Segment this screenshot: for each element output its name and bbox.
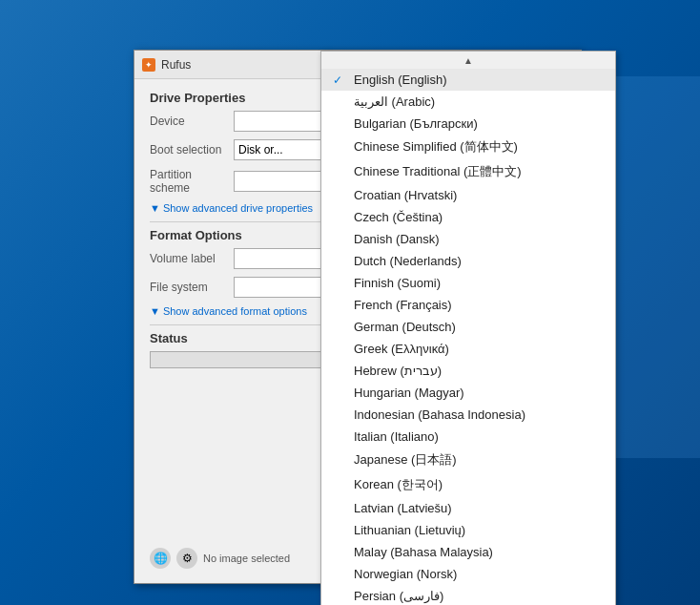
dropdown-label-czech: Czech (Čeština) xyxy=(354,210,443,224)
bottom-icons: 🌐 ⚙ No image selected xyxy=(150,548,290,569)
dropdown-label-croatian: Croatian (Hrvatski) xyxy=(354,188,457,202)
dropdown-item-norwegian[interactable]: Norwegian (Norsk) xyxy=(321,563,615,585)
dropdown-label-greek: Greek (Ελληνικά) xyxy=(354,342,449,356)
dropdown-item-greek[interactable]: Greek (Ελληνικά) xyxy=(321,338,615,360)
dropdown-label-japanese: Japanese (日本語) xyxy=(354,451,457,469)
check-mark-english: ✓ xyxy=(333,73,346,87)
dropdown-item-italian[interactable]: Italian (Italiano) xyxy=(321,426,615,448)
dropdown-label-arabic: العربية (Arabic) xyxy=(354,94,435,109)
dropdown-label-german: German (Deutsch) xyxy=(354,320,456,334)
show-advanced-format-label: Show advanced format options xyxy=(163,305,307,317)
scroll-up-button[interactable]: ▲ xyxy=(321,52,615,69)
dropdown-label-dutch: Dutch (Nederlands) xyxy=(354,254,462,268)
dropdown-label-chinese_traditional: Chinese Traditional (正體中文) xyxy=(354,163,522,180)
dropdown-item-persian[interactable]: Persian (فارسی) xyxy=(321,585,615,605)
dropdown-item-arabic[interactable]: العربية (Arabic) xyxy=(321,91,615,113)
dropdown-item-lithuanian[interactable]: Lithuanian (Lietuvių) xyxy=(321,519,615,541)
volume-label-lbl: Volume label xyxy=(150,252,226,265)
dropdown-item-english[interactable]: ✓English (English) xyxy=(321,69,615,91)
dropdown-item-croatian[interactable]: Croatian (Hrvatski) xyxy=(321,184,615,206)
dropdown-label-norwegian: Norwegian (Norsk) xyxy=(354,567,457,581)
boot-value: Disk or... xyxy=(238,143,283,156)
dropdown-label-hebrew: Hebrew (עברית) xyxy=(354,364,442,378)
dropdown-label-italian: Italian (Italiano) xyxy=(354,429,439,444)
dropdown-item-indonesian[interactable]: Indonesian (Bahasa Indonesia) xyxy=(321,404,615,426)
dropdown-item-japanese[interactable]: Japanese (日本語) xyxy=(321,448,615,472)
dropdown-item-french[interactable]: French (Français) xyxy=(321,294,615,316)
dropdown-item-dutch[interactable]: Dutch (Nederlands) xyxy=(321,250,615,272)
dropdown-label-hungarian: Hungarian (Magyar) xyxy=(354,386,464,400)
status-text: No image selected xyxy=(203,553,290,564)
dropdown-label-malay: Malay (Bahasa Malaysia) xyxy=(354,545,493,559)
language-dropdown[interactable]: ▲ ✓English (English)العربية (Arabic)Bulg… xyxy=(320,51,616,605)
show-advanced-drive-label: Show advanced drive properties xyxy=(163,202,313,214)
dropdown-label-chinese_simplified: Chinese Simplified (简体中文) xyxy=(354,138,518,156)
dropdown-items-container: ✓English (English)العربية (Arabic)Bulgar… xyxy=(321,69,615,605)
dropdown-item-czech[interactable]: Czech (Čeština) xyxy=(321,206,615,228)
rufus-icon: ✦ xyxy=(142,58,155,72)
dropdown-label-english: English (English) xyxy=(354,73,447,87)
language-icon[interactable]: 🌐 xyxy=(150,548,171,569)
dropdown-item-malay[interactable]: Malay (Bahasa Malaysia) xyxy=(321,541,615,563)
dropdown-label-french: French (Français) xyxy=(354,298,452,312)
dropdown-label-indonesian: Indonesian (Bahasa Indonesia) xyxy=(354,407,525,422)
dropdown-label-bulgarian: Bulgarian (Български) xyxy=(354,116,478,131)
dropdown-label-latvian: Latvian (Latviešu) xyxy=(354,501,452,515)
partition-label: Partition scheme xyxy=(150,168,226,195)
dropdown-label-finnish: Finnish (Suomi) xyxy=(354,276,441,290)
dropdown-item-bulgarian[interactable]: Bulgarian (Български) xyxy=(321,113,615,135)
dropdown-item-hebrew[interactable]: Hebrew (עברית) xyxy=(321,360,615,382)
scroll-up-icon: ▲ xyxy=(463,55,473,66)
show-advanced-drive-arrow: ▼ xyxy=(150,202,160,214)
settings-icon[interactable]: ⚙ xyxy=(176,548,197,569)
dropdown-item-chinese_simplified[interactable]: Chinese Simplified (简体中文) xyxy=(321,135,615,159)
dropdown-label-lithuanian: Lithuanian (Lietuvių) xyxy=(354,523,465,537)
dropdown-label-korean: Korean (한국어) xyxy=(354,476,443,493)
dropdown-item-chinese_traditional[interactable]: Chinese Traditional (正體中文) xyxy=(321,159,615,184)
show-advanced-format-arrow: ▼ xyxy=(150,305,160,317)
dropdown-label-persian: Persian (فارسی) xyxy=(354,589,443,603)
boot-selection-label: Boot selection xyxy=(150,143,226,156)
dropdown-item-german[interactable]: German (Deutsch) xyxy=(321,316,615,338)
rufus-window: ✦ Rufus ─ □ ✕ Drive Properties Device ▼ … xyxy=(134,50,582,584)
dropdown-item-hungarian[interactable]: Hungarian (Magyar) xyxy=(321,382,615,404)
dropdown-item-danish[interactable]: Danish (Dansk) xyxy=(321,228,615,250)
file-system-label: File system xyxy=(150,281,226,294)
dropdown-label-danish: Danish (Dansk) xyxy=(354,232,440,246)
dropdown-item-finnish[interactable]: Finnish (Suomi) xyxy=(321,272,615,294)
window-title: Rufus xyxy=(161,58,191,72)
window-title-area: ✦ Rufus xyxy=(142,58,191,72)
dropdown-item-korean[interactable]: Korean (한국어) xyxy=(321,472,615,497)
device-label: Device xyxy=(150,115,226,128)
dropdown-item-latvian[interactable]: Latvian (Latviešu) xyxy=(321,497,615,519)
